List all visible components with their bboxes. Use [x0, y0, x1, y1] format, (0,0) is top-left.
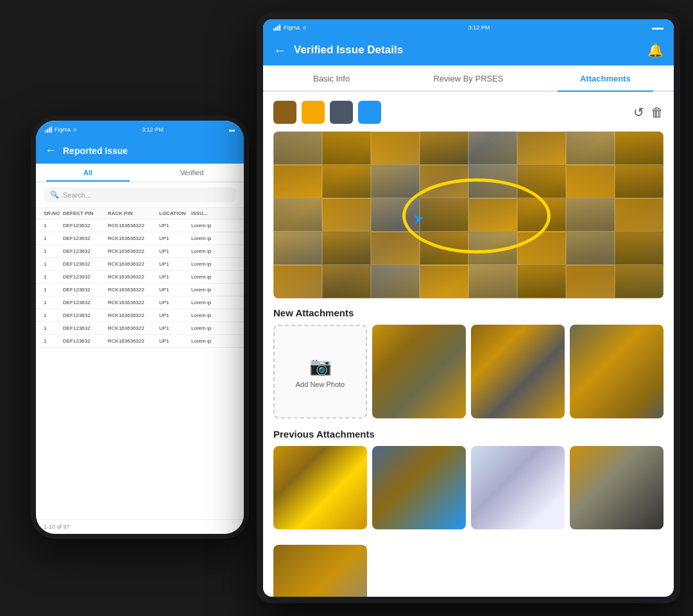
- tab-attachments[interactable]: Attachments: [537, 65, 674, 90]
- add-new-photo-button[interactable]: 📷 Add New Photo: [273, 325, 367, 418]
- phone-time: 3:12 PM: [142, 126, 164, 133]
- tablet-signal-bars-icon: [273, 24, 280, 31]
- phone-battery: ▬: [229, 126, 235, 133]
- col-defectpin: DEFECT PIN: [63, 210, 108, 216]
- add-photo-label: Add New Photo: [296, 381, 345, 388]
- prev-attachment-thumb-5[interactable]: [273, 545, 367, 597]
- tab-review-prses[interactable]: Review By PRSES: [400, 65, 536, 90]
- phone-back-button[interactable]: ←: [45, 144, 56, 157]
- col-rackpin: RACK PIN: [108, 210, 159, 216]
- shelf-grid: [273, 132, 663, 298]
- tablet-device: Figma ⌾ 3:12 PM ▬▬ ← Verified Issue Deta…: [257, 13, 680, 603]
- previous-attachments-title: Previous Attachments: [273, 429, 663, 440]
- tablet-screen: Figma ⌾ 3:12 PM ▬▬ ← Verified Issue Deta…: [263, 19, 674, 597]
- bell-icon[interactable]: 🔔: [647, 42, 663, 58]
- phone-header: ← Reported Issue: [36, 139, 244, 164]
- phone-table-body: 1 DEF123632 RCK163636322 UP1 Lorem ip 1 …: [36, 219, 244, 519]
- prev-attachment-thumb-4[interactable]: [570, 446, 663, 540]
- delete-icon[interactable]: 🗑: [651, 105, 663, 120]
- col-issue: ISSU...: [191, 210, 236, 216]
- swatches-container: [273, 101, 381, 124]
- phone-search-placeholder: Search...: [63, 191, 91, 199]
- table-row[interactable]: 1 DEF123632 RCK163636322 UP1 Lorem ip: [36, 232, 244, 245]
- swatch-gray[interactable]: [330, 101, 353, 124]
- table-row[interactable]: 1 DEF123632 RCK163636322 UP1 Lorem ip: [36, 271, 244, 284]
- phone-device: Figma ⌾ 3:12 PM ▬ ← Reported Issue All V…: [31, 116, 249, 539]
- phone-screen: Figma ⌾ 3:12 PM ▬ ← Reported Issue All V…: [36, 121, 244, 534]
- tablet-page-title: Verified Issue Details: [294, 44, 403, 56]
- prev-attachment-thumb-1[interactable]: [273, 446, 367, 540]
- tablet-back-button[interactable]: ←: [273, 43, 286, 58]
- table-row[interactable]: 1 DEF123632 RCK163636322 UP1 Lorem ip: [36, 258, 244, 271]
- col-location: LOCATION: [159, 210, 191, 216]
- toolbar-icons: ↺ 🗑: [633, 105, 663, 120]
- phone-signal: Figma ⌾: [45, 126, 76, 133]
- tablet-header-left: ← Verified Issue Details: [273, 43, 403, 58]
- phone-status-bar: Figma ⌾ 3:12 PM ▬: [36, 121, 244, 139]
- new-attachment-thumb-2[interactable]: [471, 325, 565, 418]
- search-icon: 🔍: [50, 191, 59, 199]
- table-row[interactable]: 1 DEF123632 RCK163636322 UP1 Lorem ip: [36, 219, 244, 232]
- tab-basic-info[interactable]: Basic Info: [263, 65, 400, 90]
- tablet-wifi-icon: ⌾: [303, 24, 306, 31]
- phone-page-title: Reported Issue: [63, 146, 128, 156]
- tablet-content: ↺ 🗑: [263, 92, 674, 597]
- signal-bars-icon: [45, 126, 52, 133]
- phone-search-container: 🔍 Search...: [36, 182, 244, 208]
- phone-table-header: SR.NO DEFECT PIN RACK PIN LOCATION ISSU.…: [36, 208, 244, 219]
- phone-search-bar[interactable]: 🔍 Search...: [44, 187, 236, 202]
- phone-tab-verified[interactable]: Verified: [140, 164, 244, 182]
- color-swatches-row: ↺ 🗑: [273, 101, 663, 124]
- table-row[interactable]: 1 DEF123632 RCK163636322 UP1 Lorem ip: [36, 245, 244, 258]
- main-annotated-image: ➤: [273, 132, 663, 298]
- tablet-time: 3:12 PM: [468, 24, 490, 31]
- warehouse-image: ➤: [273, 132, 663, 298]
- phone-wifi-icon: ⌾: [73, 126, 76, 133]
- table-row[interactable]: 1 DEF123632 RCK163636322 UP1 Lorem ip: [36, 284, 244, 296]
- new-attachments-title: New Attachments: [273, 307, 663, 318]
- table-row[interactable]: 1 DEF123632 RCK163636322 UP1 Lorem ip: [36, 322, 244, 335]
- rotate-icon[interactable]: ↺: [633, 105, 644, 120]
- prev-attachment-thumb-2[interactable]: [372, 446, 466, 540]
- tablet-tabs: Basic Info Review By PRSES Attachments: [263, 65, 674, 92]
- tablet-signal: Figma ⌾: [273, 24, 306, 31]
- new-attachment-thumb-3[interactable]: [570, 325, 663, 418]
- tablet-status-bar: Figma ⌾ 3:12 PM ▬▬: [263, 19, 674, 36]
- previous-attachments-grid: [273, 446, 663, 597]
- col-srno: SR.NO: [44, 210, 63, 216]
- table-row[interactable]: 1 DEF123632 RCK163636322 UP1 Lorem ip: [36, 335, 244, 348]
- new-attachment-thumb-1[interactable]: [372, 325, 466, 418]
- phone-figma-label: Figma: [55, 126, 71, 133]
- phone-pagination: 1-10 of 97: [36, 519, 244, 534]
- phone-tabs: All Verified: [36, 164, 244, 182]
- swatch-yellow[interactable]: [302, 101, 325, 124]
- tablet-header: ← Verified Issue Details 🔔: [263, 36, 674, 65]
- swatch-brown[interactable]: [273, 101, 296, 124]
- table-row[interactable]: 1 DEF123632 RCK163636322 UP1 Lorem ip: [36, 309, 244, 322]
- camera-icon: 📷: [309, 355, 332, 377]
- table-row[interactable]: 1 DEF123632 RCK163636322 UP1 Lorem ip: [36, 296, 244, 309]
- new-attachments-grid: 📷 Add New Photo: [273, 325, 663, 418]
- tablet-figma-label: Figma: [284, 24, 300, 31]
- prev-attachment-thumb-3[interactable]: [471, 446, 565, 540]
- swatch-blue[interactable]: [358, 101, 381, 124]
- phone-tab-all[interactable]: All: [36, 164, 140, 182]
- tablet-battery: ▬▬: [652, 24, 663, 31]
